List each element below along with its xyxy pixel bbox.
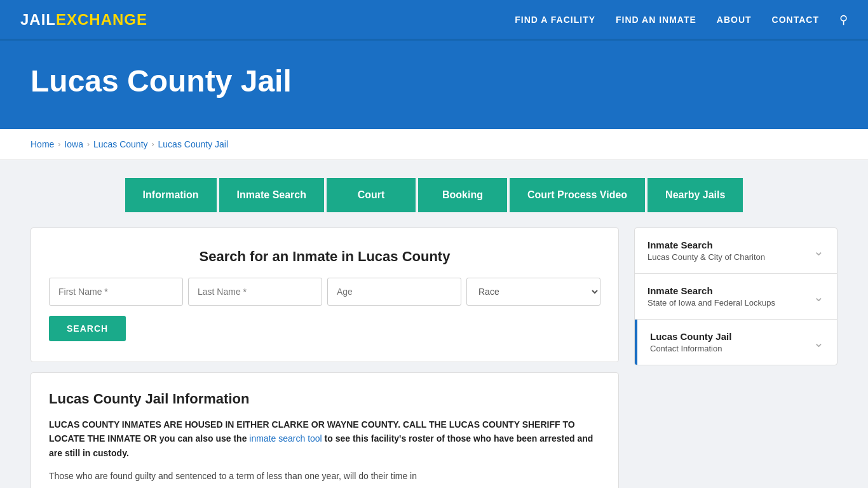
nav-contact[interactable]: CONTACT <box>772 15 819 25</box>
inmate-search-link[interactable]: inmate search tool <box>249 433 322 444</box>
race-select[interactable]: Race White Black Hispanic Asian Other <box>466 278 600 306</box>
first-name-input[interactable] <box>49 278 183 306</box>
chevron-icon-1: ⌄ <box>813 243 824 259</box>
tab-nearby-jails[interactable]: Nearby Jails <box>648 178 743 212</box>
hero-section: Lucas County Jail <box>0 41 868 129</box>
chevron-icon-2: ⌄ <box>813 289 824 304</box>
breadcrumb-lucas-county[interactable]: Lucas County <box>93 139 148 149</box>
search-fields: Race White Black Hispanic Asian Other <box>49 278 600 306</box>
tabs-section: Information Inmate Search Court Booking … <box>0 160 868 212</box>
logo[interactable]: JAILEXCHANGE <box>20 11 147 29</box>
breadcrumb-bar: Home › Iowa › Lucas County › Lucas Count… <box>0 129 868 160</box>
main-content: Search for an Inmate in Lucas County Rac… <box>0 212 868 488</box>
chevron-icon-3: ⌄ <box>813 335 824 350</box>
info-link-prefix: you can also use the <box>159 433 247 444</box>
breadcrumb-sep-2: › <box>87 140 90 149</box>
breadcrumb-current: Lucas County Jail <box>158 139 229 149</box>
sidebar-item-title-3: Lucas County Jail <box>650 331 731 342</box>
tab-booking[interactable]: Booking <box>418 178 507 212</box>
sidebar-item-inmate-search-state[interactable]: Inmate Search State of Iowa and Federal … <box>635 274 837 320</box>
tab-court[interactable]: Court <box>327 178 416 212</box>
tabs-row: Information Inmate Search Court Booking … <box>125 178 743 212</box>
inmate-search-box: Search for an Inmate in Lucas County Rac… <box>31 227 619 362</box>
breadcrumb-iowa[interactable]: Iowa <box>64 139 83 149</box>
breadcrumb: Home › Iowa › Lucas County › Lucas Count… <box>31 139 837 149</box>
search-heading: Search for an Inmate in Lucas County <box>49 248 600 265</box>
last-name-input[interactable] <box>188 278 322 306</box>
tab-court-process-video[interactable]: Court Process Video <box>510 178 645 212</box>
info-paragraph: Those who are found guilty and sentenced… <box>49 469 600 484</box>
nav-links: FIND A FACILITY FIND AN INMATE ABOUT CON… <box>515 13 848 27</box>
nav-about[interactable]: ABOUT <box>717 15 752 25</box>
breadcrumb-home[interactable]: Home <box>31 139 54 149</box>
logo-exchange: EXCHANGE <box>56 11 147 29</box>
breadcrumb-sep-1: › <box>58 140 60 149</box>
nav-search-button[interactable]: ⚲ <box>839 13 848 27</box>
sidebar-item-title-2: Inmate Search <box>648 285 775 296</box>
info-box: Lucas County Jail Information LUCAS COUN… <box>31 372 619 488</box>
info-bold-notice: LUCAS COUNTY INMATES ARE HOUSED IN EITHE… <box>49 417 600 460</box>
tab-information[interactable]: Information <box>125 178 217 212</box>
sidebar-item-inmate-search-local[interactable]: Inmate Search Lucas County & City of Cha… <box>635 228 837 274</box>
sidebar-item-sub-3: Contact Information <box>650 344 731 353</box>
sidebar-item-sub-1: Lucas County & City of Chariton <box>648 252 765 262</box>
logo-jail: JAIL <box>20 11 56 29</box>
breadcrumb-sep-3: › <box>152 140 154 149</box>
nav-find-facility[interactable]: FIND A FACILITY <box>515 15 595 25</box>
nav-find-inmate[interactable]: FIND AN INMATE <box>616 15 696 25</box>
sidebar-item-sub-2: State of Iowa and Federal Lockups <box>648 298 775 308</box>
right-sidebar: Inmate Search Lucas County & City of Cha… <box>634 227 837 365</box>
left-panel: Search for an Inmate in Lucas County Rac… <box>31 227 619 488</box>
search-button[interactable]: SEARCH <box>49 316 126 341</box>
age-input[interactable] <box>327 278 461 306</box>
navbar: JAILEXCHANGE FIND A FACILITY FIND AN INM… <box>0 0 868 41</box>
info-heading: Lucas County Jail Information <box>49 391 600 407</box>
sidebar-item-contact-info[interactable]: Lucas County Jail Contact Information ⌄ <box>635 320 837 365</box>
tab-inmate-search[interactable]: Inmate Search <box>219 178 324 212</box>
sidebar-item-title-1: Inmate Search <box>648 240 765 250</box>
page-title: Lucas County Jail <box>31 64 837 98</box>
